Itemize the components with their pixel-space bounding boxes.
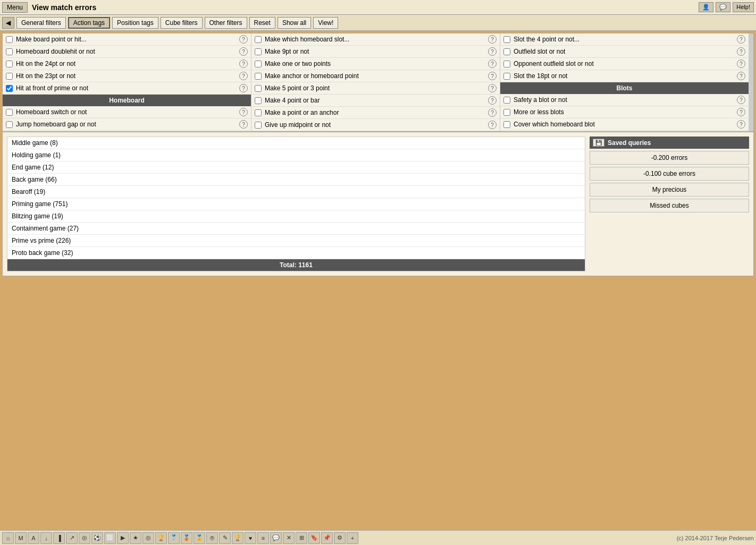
- checkbox-hit-23pt[interactable]: [6, 73, 13, 80]
- checkbox-slot-4pt[interactable]: [503, 36, 510, 43]
- r-icon[interactable]: ®: [206, 532, 218, 544]
- checkbox-outfield-slot[interactable]: [503, 48, 510, 55]
- checkbox-make-homeboard-slot[interactable]: [255, 36, 262, 43]
- bookmark-icon[interactable]: 🔖: [308, 532, 320, 544]
- action-tags-btn[interactable]: Action tags: [68, 17, 110, 29]
- target-icon[interactable]: ◎: [142, 532, 154, 544]
- person-icon[interactable]: 👤: [699, 2, 713, 12]
- query-my-precious-btn[interactable]: My precious: [590, 183, 749, 197]
- help-button[interactable]: ?: [488, 108, 497, 117]
- checkbox-hit-front-prime[interactable]: [6, 85, 13, 92]
- reset-btn[interactable]: Reset: [249, 17, 275, 29]
- trophy3-icon[interactable]: 🥉: [181, 532, 192, 544]
- query-100-cube-errors-btn[interactable]: -0.100 cube errors: [590, 167, 749, 181]
- trophy2-icon[interactable]: 🥈: [168, 532, 180, 544]
- help-button[interactable]: ?: [239, 108, 248, 116]
- help-button[interactable]: ?: [488, 84, 497, 92]
- bookmark2-icon[interactable]: 📌: [321, 532, 333, 544]
- help-button[interactable]: ?: [737, 108, 745, 116]
- list-item[interactable]: Prime vs prime (226): [7, 235, 585, 247]
- list-item[interactable]: Middle game (8): [7, 137, 585, 149]
- list-item[interactable]: Bearoff (19): [7, 186, 585, 198]
- checkbox-make-5pt-3pt[interactable]: [255, 85, 262, 92]
- back-button[interactable]: ◀: [2, 17, 14, 29]
- play-icon[interactable]: ▶: [117, 532, 129, 544]
- plus-icon[interactable]: +: [347, 532, 358, 544]
- grid-icon[interactable]: ⊞: [296, 532, 307, 544]
- checkbox-make-point-anchor[interactable]: [255, 109, 262, 116]
- position-tags-btn[interactable]: Position tags: [112, 17, 158, 29]
- chart-line-icon[interactable]: ↗: [66, 532, 78, 544]
- help-button[interactable]: ?: [488, 72, 497, 80]
- chat-icon[interactable]: 💬: [270, 532, 282, 544]
- help-button[interactable]: ?: [488, 35, 497, 44]
- heart-icon[interactable]: ♥: [245, 532, 256, 544]
- trophy5-icon[interactable]: 🏆: [232, 532, 243, 544]
- checkbox-hit-24pt[interactable]: [6, 61, 13, 67]
- a-icon[interactable]: A: [28, 532, 39, 544]
- help-button[interactable]: ?: [239, 84, 248, 92]
- help-button[interactable]: ?: [737, 35, 745, 44]
- m-icon[interactable]: M: [15, 532, 27, 544]
- menu-button[interactable]: Menu: [2, 2, 28, 13]
- help-button[interactable]: ?: [488, 121, 497, 129]
- list-item[interactable]: Back game (66): [7, 174, 585, 186]
- checkbox-make-board[interactable]: [6, 36, 13, 43]
- message-icon[interactable]: 💬: [716, 2, 730, 12]
- help-button[interactable]: ?: [239, 35, 248, 44]
- cube-filters-btn[interactable]: Cube filters: [161, 17, 203, 29]
- help-button[interactable]: ?: [737, 59, 745, 68]
- save-icon[interactable]: 💾: [593, 139, 604, 147]
- x-icon[interactable]: ✕: [283, 532, 295, 544]
- trophy-icon[interactable]: 🏆: [155, 532, 167, 544]
- soccer-icon[interactable]: ⚽: [91, 532, 103, 544]
- download-icon[interactable]: ↓: [40, 532, 52, 544]
- checkbox-make-one-two-points[interactable]: [255, 61, 262, 67]
- help-button[interactable]: ?: [737, 96, 745, 104]
- star-icon[interactable]: ★: [130, 532, 141, 544]
- stack-icon[interactable]: ≡: [257, 532, 269, 544]
- list-item[interactable]: Proto back game (32): [7, 247, 585, 259]
- general-filters-btn[interactable]: General filters: [16, 17, 66, 29]
- help-button[interactable]: ?: [488, 47, 497, 56]
- edit-icon[interactable]: ✎: [219, 532, 231, 544]
- checkbox-give-up-midpoint[interactable]: [255, 122, 262, 129]
- checkbox-cover-homeboard-blot[interactable]: [503, 121, 510, 128]
- help-button[interactable]: ?: [488, 96, 497, 105]
- list-item[interactable]: Priming game (751): [7, 198, 585, 210]
- list-item[interactable]: Holding game (1): [7, 149, 585, 161]
- checkbox-homeboard-doublehit[interactable]: [6, 48, 13, 55]
- settings-icon[interactable]: ⚙: [334, 532, 346, 544]
- help-button[interactable]: ?: [737, 47, 745, 56]
- help-button[interactable]: ?: [239, 72, 248, 80]
- checkbox-safety-blot[interactable]: [503, 97, 510, 104]
- scrollbar[interactable]: [749, 33, 753, 131]
- help-button[interactable]: ?: [737, 72, 745, 80]
- checkbox-slot-18pt[interactable]: [503, 73, 510, 80]
- list-item[interactable]: End game (12): [7, 161, 585, 174]
- query-200-errors-btn[interactable]: -0.200 errors: [590, 151, 749, 165]
- checkbox-make-anchor[interactable]: [255, 73, 262, 80]
- checkbox-make-9pt[interactable]: [255, 48, 262, 55]
- trophy4-icon[interactable]: 🏅: [194, 532, 205, 544]
- eye-icon[interactable]: ◎: [79, 532, 90, 544]
- checkbox-homeboard-switch[interactable]: [6, 109, 13, 116]
- help-button[interactable]: ?: [239, 47, 248, 56]
- list-item[interactable]: Blitzing game (19): [7, 210, 585, 223]
- checkbox-more-less-blots[interactable]: [503, 109, 510, 116]
- other-filters-btn[interactable]: Other filters: [205, 17, 247, 29]
- checkbox-opponent-outfield[interactable]: [503, 61, 510, 67]
- help-button[interactable]: ?: [737, 120, 745, 129]
- list-item[interactable]: Containment game (27): [7, 223, 585, 235]
- view-btn[interactable]: View!: [313, 17, 338, 29]
- checkbox-jump-homeboard[interactable]: [6, 121, 13, 128]
- show-all-btn[interactable]: Show all: [278, 17, 311, 29]
- help-button[interactable]: ?: [239, 59, 248, 68]
- help-button[interactable]: ?: [488, 59, 497, 68]
- home-icon[interactable]: ⌂: [2, 532, 14, 544]
- cube-icon[interactable]: ⬜: [104, 532, 116, 544]
- query-missed-cubes-btn[interactable]: Missed cubes: [590, 199, 749, 212]
- chart-bar-icon[interactable]: ▐: [53, 532, 65, 544]
- checkbox-make-4pt-bar[interactable]: [255, 97, 262, 104]
- help-icon[interactable]: Help!: [733, 2, 754, 12]
